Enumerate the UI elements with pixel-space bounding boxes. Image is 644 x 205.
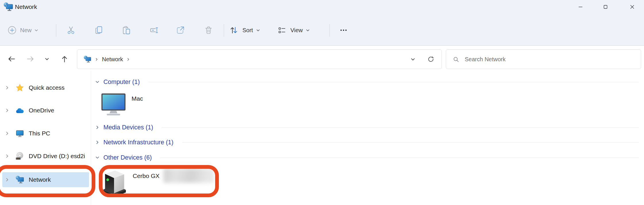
breadcrumb-chevron-icon[interactable]	[127, 58, 130, 61]
network-computer-icon	[3, 2, 13, 12]
refresh-icon[interactable]	[428, 56, 434, 62]
sidebar-item-quick-access[interactable]: Quick access	[2, 80, 89, 95]
chevron-right-icon[interactable]	[5, 131, 9, 135]
delete-icon	[204, 26, 213, 35]
sidebar-item-this-pc[interactable]: This PC	[2, 126, 89, 141]
magnifier-icon	[453, 56, 459, 62]
chevron-down-icon[interactable]	[95, 80, 99, 84]
item-label: Mac	[132, 95, 143, 102]
group-header-other-devices[interactable]: Other Devices (6)	[95, 153, 641, 162]
sidebar-item-dvd-drive[interactable]: DVD Drive (D:) esd2i	[2, 149, 89, 164]
onedrive-cloud-icon	[16, 108, 24, 114]
up-arrow-icon	[61, 55, 68, 63]
item-mac[interactable]: Mac	[101, 91, 143, 116]
group-label: Media Devices (1)	[103, 124, 153, 131]
recent-locations-button[interactable]	[42, 53, 52, 65]
group-label: Computer (1)	[103, 78, 140, 86]
group-header-computer[interactable]: Computer (1)	[95, 77, 641, 87]
window-title: Network	[15, 3, 37, 10]
file-explorer-window: Network New Sort View	[0, 0, 644, 205]
copy-button[interactable]	[91, 23, 107, 38]
toolbar-divider	[224, 24, 224, 37]
chevron-down-icon	[256, 28, 260, 32]
group-label: Other Devices (6)	[103, 154, 152, 161]
close-icon	[629, 4, 635, 10]
minimize-icon	[577, 4, 584, 10]
group-rule	[162, 127, 639, 128]
delete-button[interactable]	[200, 23, 217, 38]
share-button[interactable]	[172, 23, 188, 38]
network-computer-icon	[84, 55, 91, 63]
toolbar-divider	[329, 24, 330, 37]
see-more-icon	[339, 26, 348, 35]
network-computer-icon	[16, 175, 24, 184]
sidebar-item-label: DVD Drive (D:) esd2i	[29, 153, 85, 160]
search-input[interactable]	[465, 56, 634, 63]
group-rule	[149, 82, 639, 82]
sidebar-item-onedrive[interactable]: OneDrive	[2, 103, 89, 118]
maximize-button[interactable]	[596, 0, 615, 14]
back-button[interactable]	[5, 53, 18, 65]
group-rule	[160, 158, 639, 158]
sidebar-divider	[91, 71, 91, 205]
server-device-icon	[101, 168, 128, 197]
minimize-button[interactable]	[571, 0, 590, 14]
view-button[interactable]: View	[277, 23, 310, 38]
view-list-icon	[277, 26, 286, 35]
rename-button[interactable]	[146, 23, 162, 38]
group-rule	[182, 142, 639, 143]
sidebar-item-label: This PC	[29, 130, 50, 137]
maximize-icon	[602, 4, 609, 10]
address-bar[interactable]: Network	[77, 49, 442, 69]
breadcrumb-network[interactable]: Network	[102, 56, 123, 63]
forward-arrow-icon	[26, 55, 34, 63]
address-dropdown-chevron-icon[interactable]	[411, 57, 415, 62]
chevron-right-icon[interactable]	[5, 178, 9, 182]
rename-icon	[149, 26, 159, 35]
plus-circle-icon	[7, 26, 17, 35]
up-button[interactable]	[58, 53, 71, 65]
paste-button[interactable]	[118, 23, 134, 38]
window-chrome: Network New Sort View	[0, 0, 644, 46]
chevron-right-icon[interactable]	[5, 86, 9, 90]
star-icon	[16, 83, 24, 92]
sort-button-label: Sort	[242, 27, 253, 34]
search-box[interactable]	[446, 49, 641, 69]
sidebar-item-network[interactable]: Network	[2, 172, 89, 187]
cut-button[interactable]	[63, 23, 79, 38]
copy-icon	[94, 26, 103, 35]
chevron-down-icon	[34, 28, 38, 32]
cut-icon	[66, 26, 76, 35]
see-more-button[interactable]	[336, 23, 352, 38]
group-label: Network Infrastructure (1)	[103, 139, 173, 146]
new-button[interactable]: New	[7, 23, 38, 38]
chevron-right-icon[interactable]	[5, 108, 9, 112]
breadcrumb-chevron-icon	[95, 58, 98, 61]
share-icon	[176, 26, 185, 35]
sort-arrows-icon	[229, 26, 238, 35]
new-button-label: New	[20, 27, 32, 34]
dvd-disc-icon	[16, 152, 24, 160]
sidebar-item-label: Quick access	[29, 84, 65, 91]
item-cerbo-gx[interactable]: Cerbo GX	[101, 166, 214, 197]
chevron-right-icon[interactable]	[5, 154, 9, 158]
sidebar-item-label: OneDrive	[29, 107, 54, 114]
chevron-down-icon	[45, 57, 49, 61]
sort-button[interactable]: Sort	[229, 23, 260, 38]
sidebar-item-label: Network	[29, 176, 51, 183]
group-header-network-infrastructure[interactable]: Network Infrastructure (1)	[95, 137, 641, 147]
group-header-media-devices[interactable]: Media Devices (1)	[95, 122, 641, 132]
redacted-text-blur	[163, 168, 214, 183]
view-button-label: View	[290, 27, 303, 34]
chevron-down-icon[interactable]	[95, 156, 99, 160]
chevron-right-icon[interactable]	[95, 140, 99, 144]
close-button[interactable]	[623, 0, 642, 14]
item-label: Cerbo GX	[133, 173, 159, 179]
paste-icon	[122, 26, 131, 35]
chevron-down-icon	[306, 28, 310, 32]
forward-button[interactable]	[24, 53, 37, 65]
computer-monitor-icon	[101, 93, 126, 116]
chevron-right-icon[interactable]	[95, 125, 99, 129]
monitor-icon	[16, 129, 24, 138]
back-arrow-icon	[7, 55, 16, 63]
